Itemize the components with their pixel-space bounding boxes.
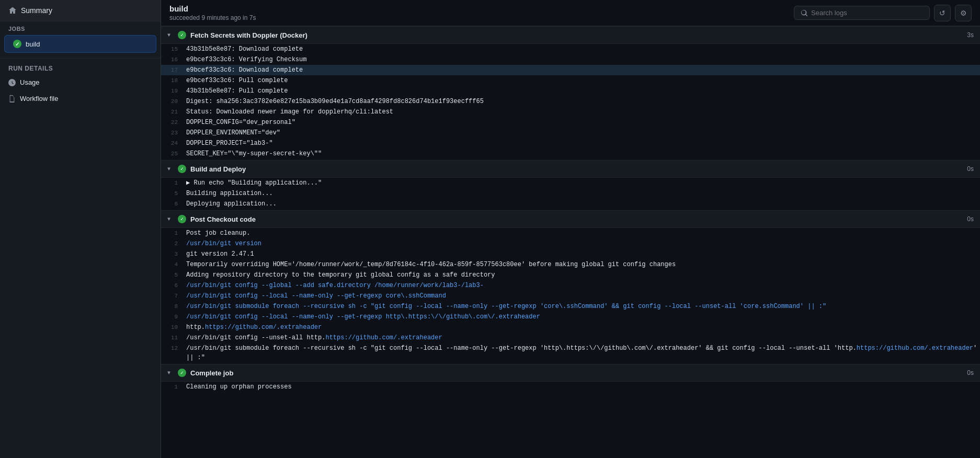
log-lines-build-deploy: 1▶ Run echo "Building application..."5Bu… [161, 178, 980, 209]
line-number: 5 [161, 270, 186, 280]
line-content: /usr/bin/git config --local --name-only … [186, 291, 980, 301]
step-duration: 0s [967, 369, 974, 376]
line-number: 1 [161, 382, 186, 392]
line-content: Deploying application... [186, 199, 980, 209]
line-content: git version 2.47.1 [186, 249, 980, 259]
step-header-complete-job[interactable]: ▼Complete job0s [161, 364, 980, 382]
line-number: 17 [161, 65, 186, 75]
top-bar: build succeeded 9 minutes ago in 7s ↺ ⚙ [161, 0, 980, 26]
log-line: 3git version 2.47.1 [161, 249, 980, 259]
line-content: Post job cleanup. [186, 228, 980, 238]
log-line: 8/usr/bin/git submodule foreach --recurs… [161, 301, 980, 312]
step-header-post-checkout[interactable]: ▼Post Checkout code0s [161, 210, 980, 228]
step-header-left: ▼Fetch Secrets with Doppler (Docker) [167, 31, 307, 39]
line-content: /usr/bin/git config --global --add safe.… [186, 281, 980, 290]
line-content: http.https://github.com/.extraheader [186, 323, 980, 332]
line-number: 19 [161, 86, 186, 96]
sidebar: Summary Jobs build Run details Usage Wor… [0, 0, 161, 458]
line-number: 3 [161, 249, 186, 259]
step-title: Complete job [190, 369, 233, 377]
search-logs-container[interactable] [794, 6, 930, 20]
line-content: /usr/bin/git config --unset-all http.htt… [186, 333, 980, 342]
step-header-fetch-secrets[interactable]: ▼Fetch Secrets with Doppler (Docker)3s [161, 26, 980, 44]
log-line: 22DOPPLER_CONFIG="dev_personal" [161, 117, 980, 128]
line-content: e9bcef33c3c6: Verifying Checksum [186, 55, 980, 64]
line-content: /usr/bin/git submodule foreach --recursi… [186, 302, 980, 311]
chevron-down-icon: ▼ [167, 166, 174, 172]
log-line: 10http.https://github.com/.extraheader [161, 322, 980, 333]
line-number: 12 [161, 344, 186, 353]
log-line: 5Adding repository directory to the temp… [161, 270, 980, 280]
jobs-section-label: Jobs [0, 21, 161, 34]
run-details-label: Run details [0, 58, 161, 74]
reload-icon: ↺ [939, 9, 945, 17]
log-line: 16e9bcef33c3c6: Verifying Checksum [161, 54, 980, 65]
step-status-icon [178, 215, 186, 223]
log-line: 17e9bcef33c3c6: Download complete [161, 65, 980, 75]
build-subtitle: succeeded 9 minutes ago in 7s [169, 14, 256, 21]
sidebar-workflow-link[interactable]: Workflow file [0, 90, 161, 107]
line-content: Adding repository directory to the tempo… [186, 270, 980, 280]
step-fetch-secrets: ▼Fetch Secrets with Doppler (Docker)3s15… [161, 26, 980, 159]
sidebar-job-build[interactable]: build [4, 35, 156, 53]
reload-button[interactable]: ↺ [934, 5, 951, 21]
line-number: 7 [161, 291, 186, 301]
log-line: 1Cleaning up orphan processes [161, 382, 980, 392]
build-title: build [169, 4, 256, 13]
log-line: 24DOPPLER_PROJECT="lab3-" [161, 138, 980, 148]
chevron-down-icon: ▼ [167, 370, 174, 376]
line-content: SECRET_KEY="\"my-super-secret-key\"" [186, 149, 980, 158]
log-lines-post-checkout: 1Post job cleanup.2/usr/bin/git version3… [161, 228, 980, 363]
log-line: 5Building application... [161, 188, 980, 199]
line-number: 24 [161, 139, 186, 148]
line-number: 4 [161, 260, 186, 269]
log-line: 6/usr/bin/git config --global --add safe… [161, 280, 980, 291]
sidebar-summary[interactable]: Summary [0, 0, 161, 21]
log-line: 9/usr/bin/git config --local --name-only… [161, 312, 980, 322]
line-content: DOPPLER_CONFIG="dev_personal" [186, 118, 980, 127]
step-header-build-deploy[interactable]: ▼Build and Deploy0s [161, 160, 980, 178]
line-content: Building application... [186, 189, 980, 198]
line-number: 20 [161, 97, 186, 106]
line-number: 9 [161, 312, 186, 322]
settings-button[interactable]: ⚙ [955, 5, 972, 21]
build-info: build succeeded 9 minutes ago in 7s [169, 4, 256, 21]
line-content: /usr/bin/git submodule foreach --recursi… [186, 344, 980, 362]
settings-icon: ⚙ [960, 9, 967, 17]
line-content: /usr/bin/git config --local --name-only … [186, 312, 980, 322]
log-line: 23DOPPLER_ENVIRONMENT="dev" [161, 128, 980, 138]
line-number: 16 [161, 55, 186, 64]
step-header-left: ▼Build and Deploy [167, 165, 246, 173]
line-number: 18 [161, 76, 186, 85]
log-line: 6Deploying application... [161, 199, 980, 209]
job-status-icon [13, 40, 21, 48]
sidebar-usage-link[interactable]: Usage [0, 74, 161, 90]
search-logs-input[interactable] [811, 9, 923, 17]
step-duration: 0s [967, 215, 974, 223]
log-lines-fetch-secrets: 1543b31b5e8e87: Download complete16e9bce… [161, 44, 980, 159]
line-number: 6 [161, 199, 186, 209]
log-line: 2/usr/bin/git version [161, 238, 980, 249]
line-content: Temporarily overriding HOME='/home/runne… [186, 260, 980, 269]
log-line: 1943b31b5e8e87: Pull complete [161, 86, 980, 96]
step-header-left: ▼Post Checkout code [167, 215, 256, 223]
log-line: 1▶ Run echo "Building application..." [161, 178, 980, 188]
step-title: Fetch Secrets with Doppler (Docker) [190, 31, 307, 39]
line-content: DOPPLER_PROJECT="lab3-" [186, 139, 980, 148]
usage-label: Usage [20, 78, 40, 86]
search-icon [801, 9, 808, 17]
line-number: 2 [161, 239, 186, 248]
step-status-icon [178, 165, 186, 173]
log-line: 11/usr/bin/git config --unset-all http.h… [161, 333, 980, 343]
top-bar-actions: ↺ ⚙ [794, 5, 972, 21]
line-number: 1 [161, 228, 186, 238]
line-content: 43b31b5e8e87: Pull complete [186, 86, 980, 96]
chevron-down-icon: ▼ [167, 216, 174, 222]
line-number: 25 [161, 149, 186, 158]
step-status-icon [178, 369, 186, 377]
job-label: build [26, 40, 40, 48]
step-title: Build and Deploy [190, 165, 246, 173]
line-content: Digest: sha256:3ac3782e6e827e15ba3b09ed4… [186, 97, 980, 106]
log-line: 25SECRET_KEY="\"my-super-secret-key\"" [161, 148, 980, 159]
file-icon [8, 95, 16, 102]
